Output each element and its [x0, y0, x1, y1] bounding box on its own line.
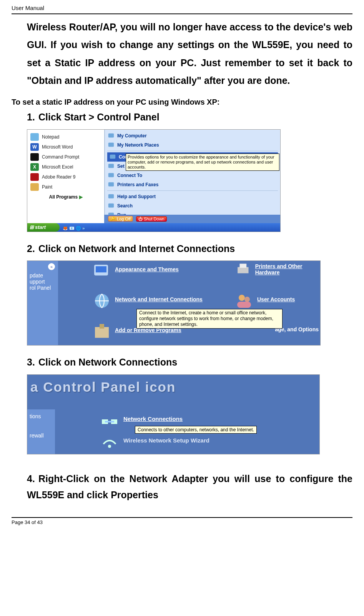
tooltip-network-connections: Connects to other computers, networks, a…: [135, 426, 257, 434]
svg-rect-15: [239, 264, 246, 268]
start-right-label: Help and Support: [117, 194, 156, 199]
svg-rect-3: [108, 164, 114, 168]
app-icon: [30, 133, 39, 141]
chevron-up-icon[interactable]: «: [48, 263, 55, 270]
start-right-item[interactable]: My Computer: [107, 131, 278, 140]
start-pinned-item[interactable]: XMicrosoft Excel: [30, 162, 101, 172]
svg-rect-12: [95, 327, 109, 338]
svg-rect-6: [108, 194, 114, 198]
shut-down-button[interactable]: ⏻Shut Down: [136, 216, 167, 222]
all-programs-label: All Programs: [49, 194, 78, 200]
step-4-num: 4.: [27, 471, 38, 487]
cat-users[interactable]: User Accounts: [235, 292, 295, 307]
svg-rect-10: [96, 266, 106, 272]
start-left-column: NotepadWMicrosoft WordCommand PromptXMic…: [27, 130, 104, 232]
start-pinned-label: Adobe Reader 9: [42, 174, 75, 180]
svg-rect-1: [108, 142, 114, 147]
start-pinned-item[interactable]: Paint: [30, 182, 101, 192]
start-button[interactable]: ⊞start: [27, 223, 60, 232]
svg-rect-0: [108, 133, 114, 137]
tooltip-network-internet: Connect to the Internet, create a home o…: [136, 309, 283, 329]
cp-side-panel: « pdate upport rol Panel: [27, 261, 58, 345]
screenshot-network-connections: a Control Panel icon tions rewall Networ…: [27, 374, 320, 454]
app-icon: [30, 183, 39, 191]
cat-network[interactable]: Network and Internet Connections: [93, 292, 203, 307]
tooltip-control-panel: Provides options for you to customize th…: [126, 154, 279, 171]
cp-side-panel-3: tions rewall: [27, 409, 55, 454]
start-right-item[interactable]: Connect To: [107, 171, 278, 180]
start-pinned-item[interactable]: Adobe Reader 9: [30, 172, 101, 182]
page-footer: Page 34 of 43: [12, 517, 352, 525]
page-header: User Manual: [12, 3, 352, 14]
start-label: start: [35, 224, 46, 230]
menu-item-icon: [107, 172, 115, 179]
app-icon: [30, 173, 39, 181]
step-3-num: 3.: [27, 354, 38, 371]
network-icon: [93, 292, 111, 307]
side-item-1[interactable]: pdate: [30, 272, 56, 279]
start-right-label: My Network Places: [117, 142, 159, 148]
log-off-label: Log Off: [117, 217, 131, 221]
step-4-text: Right-Click on the Network Adapter you w…: [27, 473, 352, 501]
step-4: 4.Right-Click on the Network Adapter you…: [27, 471, 352, 503]
start-right-item[interactable]: Printers and Faxes: [107, 180, 278, 189]
menu-item-icon: [107, 142, 115, 149]
side3-item-2[interactable]: rewall: [30, 432, 53, 439]
step-3-text: Click on Network Connections: [38, 357, 177, 367]
side-item-3[interactable]: rol Panel: [30, 285, 56, 291]
cat-appearance[interactable]: Appearance and Themes: [93, 262, 179, 277]
menu-item-icon: [107, 202, 115, 209]
menu-item-icon: [109, 154, 116, 160]
menu-item-icon: [107, 163, 115, 170]
intro-paragraph: Wireless Router/AP, you will no longer h…: [12, 14, 352, 96]
link-wireless-wizard-label: Wireless Network Setup Wizard: [123, 437, 209, 444]
svg-point-17: [244, 297, 250, 302]
start-pinned-label: Notepad: [42, 134, 59, 140]
logoff-bar: 🔑Log Off ⏻Shut Down: [104, 215, 280, 223]
section-heading: To set a static IP address on your PC us…: [12, 96, 352, 109]
step-1-num: 1.: [27, 109, 38, 125]
link-network-connections[interactable]: Network Connections: [100, 412, 183, 426]
addremove-icon: [93, 322, 111, 338]
start-right-item[interactable]: Search: [107, 201, 278, 210]
step-3: 3.Click on Network Connections: [27, 354, 352, 371]
app-icon: [30, 153, 39, 161]
cp-heading: a Control Panel icon: [27, 375, 319, 397]
start-pinned-label: Microsoft Excel: [42, 164, 73, 170]
svg-rect-7: [108, 203, 114, 207]
start-pinned-item[interactable]: Command Prompt: [30, 152, 101, 162]
cat-users-label: User Accounts: [257, 296, 295, 302]
start-right-item[interactable]: Help and Support: [107, 192, 278, 201]
step-2-text: Click on Network and Internet Connection…: [38, 243, 235, 254]
cat-printers[interactable]: Printers and Other Hardware: [235, 262, 320, 277]
start-pinned-label: Microsoft Word: [42, 144, 73, 150]
cat-network-label: Network and Internet Connections: [115, 296, 203, 302]
key-icon: 🔑: [110, 216, 116, 221]
link-wireless-wizard[interactable]: Wireless Network Setup Wizard: [100, 433, 209, 448]
windows-icon: ⊞: [30, 224, 34, 230]
app-icon: X: [30, 163, 39, 171]
start-pinned-item[interactable]: Notepad: [30, 132, 101, 142]
all-programs[interactable]: All Programs ▶: [30, 192, 101, 200]
quick-launch-icons: 🦊 📧 🌐 »: [63, 226, 85, 231]
start-pinned-item[interactable]: WMicrosoft Word: [30, 142, 101, 152]
side-item-2[interactable]: upport: [30, 279, 56, 285]
screenshot-start-menu: NotepadWMicrosoft WordCommand PromptXMic…: [27, 129, 281, 232]
start-right-label: Printers and Faxes: [117, 182, 158, 187]
start-right-item[interactable]: My Network Places: [107, 140, 278, 150]
wireless-wizard-icon: [100, 433, 119, 448]
step-2: 2.Click on Network and Internet Connecti…: [27, 240, 352, 257]
side3-item-1[interactable]: tions: [30, 413, 53, 419]
start-right-label: My Computer: [117, 133, 147, 139]
svg-rect-14: [238, 267, 248, 273]
start-pinned-label: Paint: [42, 184, 52, 190]
screenshot-control-panel-categories: « pdate upport rol Panel Appearance and …: [27, 260, 321, 346]
users-icon: [235, 292, 253, 307]
printer-icon: [235, 262, 251, 277]
svg-rect-2: [110, 154, 115, 159]
arrow-right-icon: ▶: [79, 194, 83, 200]
log-off-button[interactable]: 🔑Log Off: [108, 216, 133, 222]
app-icon: W: [30, 143, 39, 151]
start-pinned-label: Command Prompt: [42, 154, 79, 160]
svg-rect-13: [100, 324, 104, 329]
